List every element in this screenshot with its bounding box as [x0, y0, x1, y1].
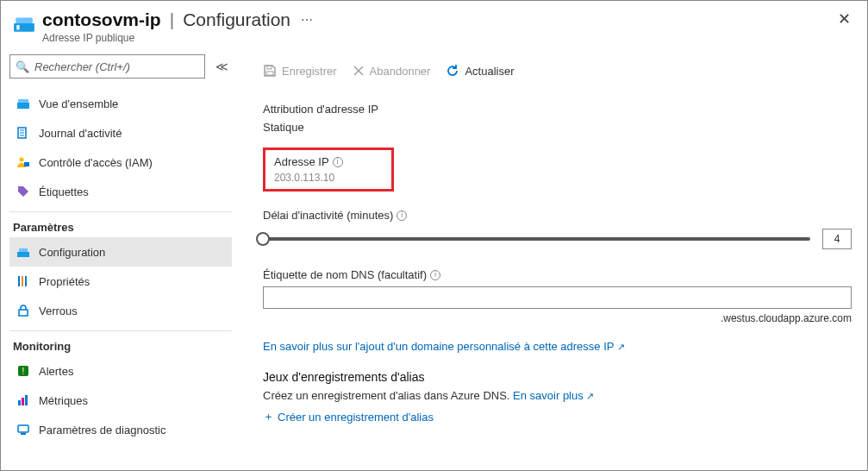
info-icon[interactable]: i: [397, 210, 407, 221]
resource-type: Adresse IP publique: [42, 32, 833, 44]
sidebar-item-label: Paramètres de diagnostic: [39, 424, 165, 436]
toolbar: Enregistrer Abandonner Actualiser: [263, 54, 852, 87]
sidebar-item-diagnostic-settings[interactable]: Paramètres de diagnostic: [9, 415, 232, 444]
sidebar-item-label: Vue d'ensemble: [39, 97, 118, 110]
ip-assignment-label: Attribution d'adresse IP: [263, 103, 852, 116]
sidebar-item-locks[interactable]: Verrous: [9, 296, 232, 325]
sidebar-item-label: Étiquettes: [39, 185, 89, 198]
svg-rect-2: [16, 25, 19, 29]
custom-domain-link[interactable]: En savoir plus sur l'ajout d'un domaine …: [263, 340, 625, 353]
svg-rect-21: [25, 395, 28, 405]
sidebar-group-parameters: Paramètres: [9, 211, 232, 237]
configuration-icon: [16, 245, 30, 259]
dns-label-label: Étiquette de nom DNS (facultatif): [263, 268, 427, 281]
sidebar-item-label: Contrôle d'accès (IAM): [39, 156, 153, 169]
activity-log-icon: [16, 126, 30, 140]
sidebar-item-label: Verrous: [39, 305, 78, 317]
refresh-button[interactable]: Actualiser: [446, 64, 514, 78]
svg-text:!: !: [22, 367, 25, 376]
svg-rect-15: [25, 276, 27, 286]
sidebar-item-configuration[interactable]: Configuration: [9, 237, 232, 267]
public-ip-icon: [13, 13, 34, 34]
properties-icon: [16, 274, 30, 288]
overview-icon: [16, 97, 30, 110]
svg-rect-14: [22, 276, 23, 286]
sidebar-item-label: Alertes: [39, 365, 73, 378]
save-label: Enregistrer: [282, 65, 337, 78]
refresh-label: Actualiser: [465, 65, 514, 78]
svg-rect-20: [22, 398, 24, 405]
svg-rect-23: [21, 433, 26, 435]
info-icon[interactable]: i: [333, 157, 343, 167]
svg-rect-13: [18, 276, 20, 286]
ip-address-value: 203.0.113.10: [274, 172, 343, 184]
svg-rect-11: [17, 252, 29, 257]
discard-button[interactable]: Abandonner: [353, 65, 431, 78]
alias-desc-text: Créez un enregistrement d'alias dans Azu…: [263, 389, 513, 402]
sidebar: 🔍 Rechercher (Ctrl+/) ≪ Vue d'ensemble J…: [1, 49, 237, 470]
slider-thumb-icon[interactable]: [256, 232, 270, 246]
iam-icon: [16, 155, 30, 169]
alerts-icon: !: [16, 364, 30, 378]
dns-suffix: .westus.cloudapp.azure.com: [263, 312, 852, 324]
ip-address-highlight: Adresse IP i 203.0.113.10: [263, 148, 394, 192]
sidebar-item-activity-log[interactable]: Journal d'activité: [9, 118, 232, 148]
title-separator: |: [170, 9, 174, 30]
alias-recordsets-title: Jeux d'enregistrements d'alias: [263, 370, 852, 384]
save-button[interactable]: Enregistrer: [263, 64, 337, 78]
info-icon[interactable]: i: [430, 270, 440, 280]
create-alias-button[interactable]: ＋ Créer un enregistrement d'alias: [263, 409, 852, 424]
sidebar-item-label: Propriétés: [39, 275, 90, 288]
dns-label-input[interactable]: [263, 286, 852, 309]
sidebar-item-overview[interactable]: Vue d'ensemble: [9, 89, 232, 118]
diagnostic-icon: [16, 423, 30, 436]
collapse-sidebar-button[interactable]: ≪: [212, 58, 232, 75]
sidebar-item-label: Métriques: [39, 394, 88, 407]
ip-assignment-value: Statique: [263, 121, 852, 134]
lock-icon: [16, 304, 30, 317]
metrics-icon: [16, 393, 30, 407]
save-icon: [263, 64, 277, 78]
idle-timeout-value[interactable]: 4: [822, 229, 852, 249]
svg-rect-12: [19, 248, 28, 252]
idle-timeout-slider[interactable]: [263, 237, 810, 241]
svg-rect-10: [24, 162, 29, 166]
discard-label: Abandonner: [370, 65, 431, 78]
svg-point-9: [20, 158, 24, 162]
sidebar-item-properties[interactable]: Propriétés: [9, 267, 232, 296]
svg-rect-3: [17, 103, 29, 109]
search-placeholder: Rechercher (Ctrl+/): [34, 60, 199, 73]
sidebar-item-alerts[interactable]: ! Alertes: [9, 356, 232, 386]
idle-timeout-label: Délai d'inactivité (minutes): [263, 209, 393, 222]
discard-icon: [353, 65, 365, 77]
sidebar-item-label: Journal d'activité: [39, 127, 122, 140]
close-button[interactable]: ✕: [833, 9, 855, 28]
alias-learn-more-link[interactable]: En savoir plus: [513, 389, 594, 402]
tag-icon: [16, 185, 30, 198]
svg-rect-22: [18, 425, 28, 432]
sidebar-item-tags[interactable]: Étiquettes: [9, 177, 232, 206]
sidebar-item-label: Configuration: [39, 246, 105, 259]
ip-address-label: Adresse IP: [274, 155, 329, 168]
svg-rect-19: [18, 400, 21, 405]
search-input[interactable]: 🔍 Rechercher (Ctrl+/): [9, 54, 205, 78]
refresh-icon: [446, 64, 459, 78]
sidebar-item-iam[interactable]: Contrôle d'accès (IAM): [9, 148, 232, 177]
plus-icon: ＋: [263, 409, 274, 424]
sidebar-group-monitoring: Monitoring: [9, 330, 232, 356]
svg-rect-25: [266, 72, 273, 75]
svg-rect-1: [16, 17, 33, 23]
svg-rect-4: [18, 99, 28, 103]
create-alias-label: Créer un enregistrement d'alias: [278, 411, 434, 424]
more-menu-icon[interactable]: ⋯: [297, 13, 316, 27]
resource-name: contosovm-ip: [42, 9, 161, 30]
svg-rect-16: [19, 310, 28, 316]
search-icon: 🔍: [16, 60, 29, 73]
sidebar-item-metrics[interactable]: Métriques: [9, 386, 232, 415]
page-title: Configuration: [183, 9, 290, 30]
main-pane: Enregistrer Abandonner Actualiser Attrib…: [237, 49, 867, 470]
